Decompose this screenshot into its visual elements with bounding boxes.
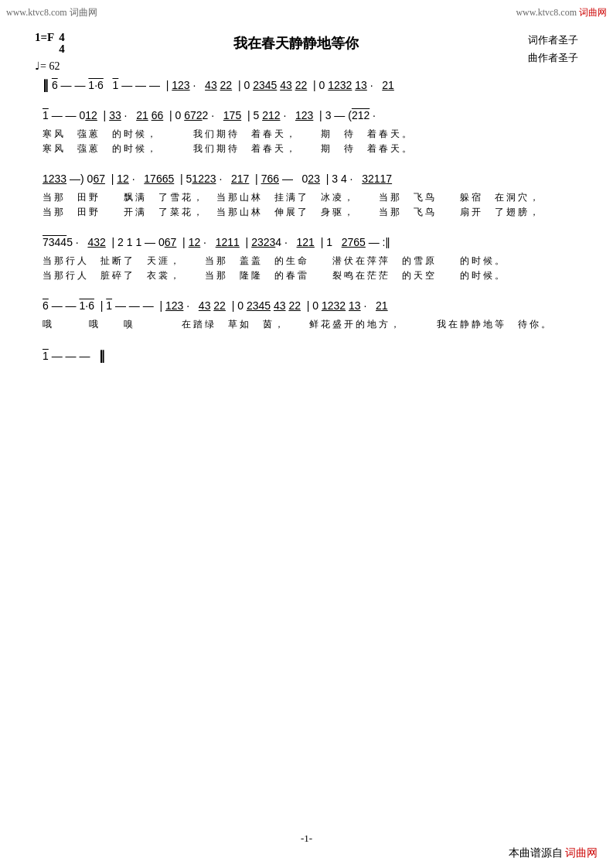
watermark-right: www.ktvc8.com 词曲网 bbox=[516, 6, 607, 19]
page-number: -1- bbox=[0, 832, 613, 845]
lyrics-row-2a: 寒风 蔃蒽 的时候， 我们期待 着春天， 期 待 着春天。 bbox=[43, 128, 570, 141]
notes-row-6: 1 — — — ‖ bbox=[43, 348, 570, 363]
time-signature: 4 4 bbox=[59, 32, 65, 55]
lyrics-row-4a: 当那行人 扯断了 天涯， 当那 盖盖 的生命 潜伏在萍萍 的雪原 的时候。 bbox=[43, 255, 570, 268]
lyrics-row-2b: 寒风 蔃蒽 的时候， 我们期待 着春天， 期 待 着春天。 bbox=[43, 142, 570, 155]
song-title: 我在春天静静地等你 bbox=[65, 31, 528, 53]
key-signature: 1=F bbox=[35, 31, 54, 44]
notes-row-1: ‖ 6 — — 1·6 1 — — — | 123 · 43 22 | 0 23… bbox=[43, 77, 570, 92]
score-row-6: 1 — — — ‖ bbox=[43, 348, 570, 363]
composer: 曲作者圣子 bbox=[528, 49, 578, 67]
lyrics-row-5: 哦 哦 嗅 在踏绿 草如 茵， 鲜花盛开的地方， 我在静静地等 待你。 bbox=[43, 318, 570, 331]
lyrics-row-3a: 当那 田野 飘满 了雪花， 当那山林 挂满了 冰凌， 当那 飞鸟 躲宿 在洞穴， bbox=[43, 191, 570, 204]
key-time-area: 1=F 4 4 ♩= 62 bbox=[35, 31, 65, 73]
author-area: 词作者圣子 曲作者圣子 bbox=[528, 31, 578, 67]
notes-row-5: 6 — — 1·6 | 1 — — — | 123 · 43 22 | 0 23… bbox=[43, 299, 570, 312]
music-score: ‖ 6 — — 1·6 1 — — — | 123 · 43 22 | 0 23… bbox=[35, 77, 578, 363]
bottom-brand: 本曲谱源自 词曲网 bbox=[509, 846, 598, 860]
score-row-3: 1233 —) 067 | 12 · 17665 | 51223 · 217 |… bbox=[43, 173, 570, 219]
notes-row-4: 73445 · 432 | 2 1 1 — 067 | 12 · 1211 | … bbox=[43, 236, 570, 248]
lyricist: 词作者圣子 bbox=[528, 31, 578, 49]
score-row-2: 1 — — 012 | 33 · 21 66 | 0 6722 · 175 | … bbox=[43, 109, 570, 155]
tempo: ♩= 62 bbox=[35, 60, 65, 73]
score-row-5: 6 — — 1·6 | 1 — — — | 123 · 43 22 | 0 23… bbox=[43, 299, 570, 331]
watermark-left: www.ktvc8.com 词曲网 bbox=[6, 6, 97, 19]
notes-row-2: 1 — — 012 | 33 · 21 66 | 0 6722 · 175 | … bbox=[43, 109, 570, 121]
lyrics-row-4b: 当那行人 脏碎了 衣裳， 当那 隆隆 的春雷 裂鸣在茫茫 的天空 的时候。 bbox=[43, 269, 570, 282]
score-row-1: ‖ 6 — — 1·6 1 — — — | 123 · 43 22 | 0 23… bbox=[43, 77, 570, 92]
lyrics-row-3b: 当那 田野 开满 了菜花， 当那山林 伸展了 身驱， 当那 飞鸟 扇开 了翅膀， bbox=[43, 206, 570, 219]
notes-row-3: 1233 —) 067 | 12 · 17665 | 51223 · 217 |… bbox=[43, 173, 570, 185]
score-row-4: 73445 · 432 | 2 1 1 — 067 | 12 · 1211 | … bbox=[43, 236, 570, 282]
